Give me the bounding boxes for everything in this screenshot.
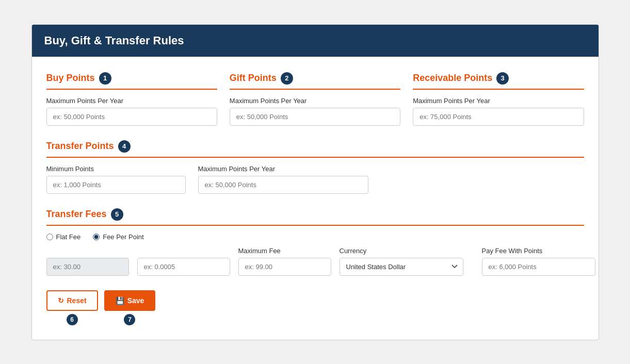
flat-fee-radio[interactable] xyxy=(46,234,53,240)
flat-fee-col xyxy=(46,258,129,276)
reset-label: Reset xyxy=(67,296,87,305)
receivable-points-badge: 3 xyxy=(496,72,509,85)
pay-fee-col: Pay Fee With Points xyxy=(482,247,595,276)
receivable-points-title: Receivable Points 3 xyxy=(413,72,584,90)
transfer-max-input[interactable] xyxy=(198,176,368,194)
max-fee-label: Maximum Fee xyxy=(238,247,331,255)
fee-per-point-col xyxy=(137,258,230,276)
save-button[interactable]: 💾 Save xyxy=(104,290,156,311)
page-title: Buy, Gift & Transfer Rules xyxy=(44,34,184,47)
currency-label: Currency xyxy=(340,247,474,255)
currency-col: Currency United States Dollar Euro Briti… xyxy=(340,247,474,276)
transfer-min-label: Minimum Points xyxy=(46,165,186,173)
buy-points-title: Buy Points 1 xyxy=(46,72,217,90)
gift-points-section: Gift Points 2 Maximum Points Per Year xyxy=(230,72,400,126)
reset-badge: 6 xyxy=(67,314,78,325)
transfer-max-label: Maximum Points Per Year xyxy=(198,165,368,173)
transfer-max-col: Maximum Points Per Year xyxy=(198,165,368,194)
fee-per-point-option[interactable]: Fee Per Point xyxy=(93,233,144,241)
transfer-points-title: Transfer Points 4 xyxy=(46,140,584,158)
top-sections: Buy Points 1 Maximum Points Per Year Gif… xyxy=(46,72,584,126)
buy-points-section: Buy Points 1 Maximum Points Per Year xyxy=(46,72,217,126)
transfer-fees-badge: 5 xyxy=(111,208,123,221)
transfer-points-section: Transfer Points 4 Minimum Points Maximum… xyxy=(46,140,584,194)
transfer-points-badge: 4 xyxy=(118,140,131,153)
gift-points-field-label: Maximum Points Per Year xyxy=(230,97,400,105)
transfer-points-fields: Minimum Points Maximum Points Per Year xyxy=(46,165,584,194)
transfer-min-input[interactable] xyxy=(46,176,186,194)
buy-points-badge: 1 xyxy=(99,72,111,85)
max-fee-col: Maximum Fee xyxy=(238,247,331,276)
flat-fee-option[interactable]: Flat Fee xyxy=(46,233,81,241)
gift-points-input[interactable] xyxy=(230,108,400,126)
currency-select[interactable]: United States Dollar Euro British Pound … xyxy=(340,258,463,276)
receivable-points-field-label: Maximum Points Per Year xyxy=(413,97,584,105)
buy-points-input[interactable] xyxy=(46,108,217,126)
save-icon: 💾 xyxy=(116,296,124,305)
fees-inputs-grid: Maximum Fee Currency United States Dolla… xyxy=(46,247,584,276)
fee-per-point-input[interactable] xyxy=(137,258,230,276)
flat-fee-input[interactable] xyxy=(46,258,129,276)
buy-points-field-label: Maximum Points Per Year xyxy=(46,97,217,105)
fees-radio-row: Flat Fee Fee Per Point xyxy=(46,233,584,244)
pay-fee-input[interactable] xyxy=(482,258,595,276)
reset-btn-wrapper: ↻ Reset 6 xyxy=(46,290,98,325)
transfer-min-col: Minimum Points xyxy=(46,165,186,194)
gift-points-title: Gift Points 2 xyxy=(230,72,400,90)
pay-fee-label: Pay Fee With Points xyxy=(482,247,595,255)
save-label: Save xyxy=(127,296,144,305)
transfer-fees-section: Transfer Fees 5 Flat Fee Fee Per Point xyxy=(46,208,584,276)
max-fee-input[interactable] xyxy=(238,258,331,276)
buttons-row: ↻ Reset 6 💾 Save 7 xyxy=(46,290,584,325)
receivable-points-section: Receivable Points 3 Maximum Points Per Y… xyxy=(413,72,584,126)
card-body: Buy Points 1 Maximum Points Per Year Gif… xyxy=(32,57,599,340)
reset-icon: ↻ xyxy=(58,296,64,305)
gift-points-badge: 2 xyxy=(281,72,293,85)
save-btn-wrapper: 💾 Save 7 xyxy=(104,290,156,325)
page-header: Buy, Gift & Transfer Rules xyxy=(32,25,599,57)
transfer-fees-title: Transfer Fees 5 xyxy=(46,208,584,226)
reset-button[interactable]: ↻ Reset xyxy=(46,290,98,311)
save-badge: 7 xyxy=(124,314,135,325)
main-card: Buy, Gift & Transfer Rules Buy Points 1 … xyxy=(31,24,599,340)
receivable-points-input[interactable] xyxy=(413,108,584,126)
fee-per-point-radio[interactable] xyxy=(93,234,100,240)
